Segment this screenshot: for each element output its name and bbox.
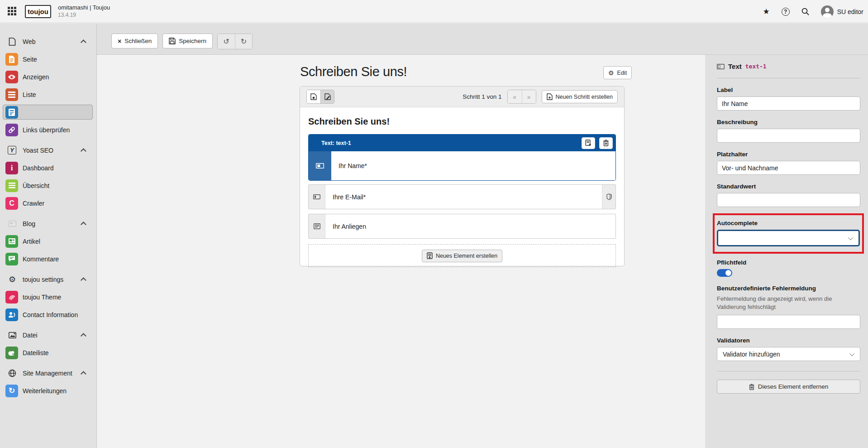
- sidebar-section-blog[interactable]: Blog: [0, 215, 96, 232]
- document-outline-icon: [8, 37, 17, 46]
- undo-button[interactable]: ↺: [218, 34, 235, 49]
- sidebar-item-links-ueberpruefen[interactable]: Links überprüfen: [0, 121, 96, 139]
- info-icon: i: [5, 162, 18, 174]
- globe-icon: [8, 369, 17, 378]
- preview-mode-button[interactable]: [307, 90, 320, 103]
- docheader: × Schließen Speichern ↺ ↻: [97, 24, 868, 55]
- remove-element-button[interactable]: Dieses Element entfernen: [717, 380, 860, 394]
- text-field-icon: [309, 185, 325, 209]
- redo-button[interactable]: ↻: [235, 34, 252, 49]
- custom-error-input[interactable]: [717, 315, 860, 329]
- sidebar-section-toujou-settings[interactable]: ⚙ toujou settings: [0, 270, 96, 288]
- sidebar-item-kommentare[interactable]: Kommentare: [0, 250, 96, 268]
- placeholder-field-label: Platzhalter: [717, 151, 860, 158]
- chevron-up-icon: [81, 333, 86, 339]
- element-drag-handle[interactable]: [309, 151, 331, 180]
- selected-form-element[interactable]: Text: text-1 Ihr Name*: [308, 134, 616, 181]
- step-card-header: Schritt 1 von 1 « » Neuen Schritt erstel…: [300, 87, 624, 107]
- chevron-up-icon: [81, 371, 86, 377]
- sidebar-section-web[interactable]: Web: [0, 33, 96, 50]
- placeholder-input[interactable]: [717, 161, 860, 175]
- sidebar-section-site-management[interactable]: Site Management: [0, 364, 96, 382]
- validators-field-label: Validatoren: [717, 337, 860, 344]
- close-icon: ×: [118, 38, 121, 45]
- page-plus-icon: [427, 252, 433, 259]
- sidebar-item-artikel[interactable]: Artikel: [0, 232, 96, 250]
- user-name: SU editor: [837, 8, 863, 15]
- sidebar-item-seite[interactable]: Seite: [0, 50, 96, 68]
- save-button[interactable]: Speichern: [162, 34, 213, 48]
- page-icon: [5, 53, 18, 66]
- close-button[interactable]: × Schließen: [111, 34, 158, 48]
- sidebar-section-datei[interactable]: Datei: [0, 326, 96, 344]
- custom-error-description: Fehlermeldung die angezeigt wird, wenn d…: [717, 295, 860, 311]
- edit-form-settings-button[interactable]: ⚙ Edit: [603, 66, 632, 79]
- description-input[interactable]: [717, 129, 860, 143]
- form-element-anliegen[interactable]: Ihr Anliegen: [308, 214, 616, 239]
- next-step-button[interactable]: »: [522, 90, 536, 103]
- chevron-down-icon: [849, 351, 854, 356]
- user-menu[interactable]: SU editor: [821, 5, 863, 18]
- default-value-input[interactable]: [717, 193, 860, 207]
- search-icon[interactable]: [801, 8, 809, 15]
- module-sidebar: Web Seite Anzeigen Liste Formu: [0, 24, 97, 448]
- divider: [717, 371, 860, 371]
- element-type-label: Text: [728, 63, 742, 70]
- required-toggle[interactable]: [717, 269, 732, 277]
- sidebar-item-uebersicht[interactable]: Übersicht: [0, 177, 96, 194]
- sidebar-item-toujou-theme[interactable]: toujou Theme: [0, 288, 96, 306]
- label-input[interactable]: [717, 96, 860, 111]
- autocomplete-select[interactable]: [717, 230, 860, 246]
- link-icon: [5, 124, 18, 136]
- sidebar-item-weiterleitungen[interactable]: ↻ Weiterleitungen: [0, 382, 96, 400]
- element-id-label: text-1: [745, 63, 767, 70]
- version-label: 13.4.19: [58, 11, 110, 19]
- custom-error-field-label: Benutzerdefinierte Fehlermeldung: [717, 285, 860, 292]
- description-field-label: Beschreibung: [717, 119, 860, 125]
- crawler-icon: C: [5, 197, 18, 210]
- form-preview-heading: Schreiben Sie uns!: [308, 116, 616, 127]
- comment-icon: [5, 253, 18, 265]
- validators-select[interactable]: Validator hinzufügen: [717, 347, 860, 361]
- delete-element-button[interactable]: [599, 137, 613, 149]
- previous-step-button[interactable]: «: [508, 90, 522, 103]
- site-info: omitamashi | Toujou 13.4.19: [58, 4, 110, 19]
- element-inspector-panel: Text text-1 Label Beschreibung Platzhalt…: [705, 55, 868, 448]
- chevron-up-icon: [81, 277, 86, 283]
- sidebar-item-liste[interactable]: Liste: [0, 86, 96, 103]
- form-element-email[interactable]: Ihre E-Mail*: [308, 184, 616, 209]
- field-label-ihr-name: Ihr Name*: [331, 151, 367, 180]
- sidebar-item-dashboard[interactable]: i Dashboard: [0, 159, 96, 177]
- sidebar-item-dateiliste[interactable]: Dateiliste: [0, 344, 96, 361]
- blog-icon: [8, 219, 17, 228]
- chevron-up-icon: [81, 222, 86, 227]
- edit-mode-button[interactable]: [320, 90, 334, 103]
- cloud-file-icon: [5, 347, 18, 359]
- topbar: toujou omitamashi | Toujou 13.4.19 ★ ? S…: [0, 0, 868, 23]
- eye-icon: [5, 71, 18, 83]
- bookmark-star-icon[interactable]: ★: [763, 7, 769, 16]
- text-field-icon: [717, 64, 725, 69]
- chevron-up-icon: [81, 148, 86, 154]
- help-icon[interactable]: ?: [782, 8, 790, 16]
- fingerprint-icon: [5, 291, 18, 303]
- sidebar-item-contact-information[interactable]: Contact Information: [0, 306, 96, 323]
- chevron-down-icon: [848, 235, 853, 240]
- trash-icon: [749, 384, 754, 390]
- article-icon: [5, 235, 18, 248]
- toujou-logo[interactable]: toujou: [25, 5, 51, 18]
- site-title: omitamashi | Toujou: [58, 4, 110, 11]
- new-element-button[interactable]: Neues Element erstellen: [422, 250, 502, 262]
- duplicate-element-button[interactable]: [582, 137, 595, 149]
- shield-icon: [602, 185, 615, 209]
- redirect-icon: ↻: [5, 385, 18, 397]
- sidebar-item-crawler[interactable]: C Crawler: [0, 194, 96, 212]
- gear-icon: ⚙: [608, 69, 614, 77]
- form-icon: [5, 106, 18, 119]
- sidebar-item-anzeigen[interactable]: Anzeigen: [0, 68, 96, 86]
- contact-icon: [5, 308, 18, 321]
- sidebar-section-yoast[interactable]: Y Yoast SEO: [0, 141, 96, 159]
- module-menu-icon[interactable]: [8, 7, 17, 16]
- new-step-button[interactable]: Neuen Schritt erstellen: [542, 90, 618, 103]
- sidebar-item-formulare[interactable]: Formulare: [0, 103, 96, 121]
